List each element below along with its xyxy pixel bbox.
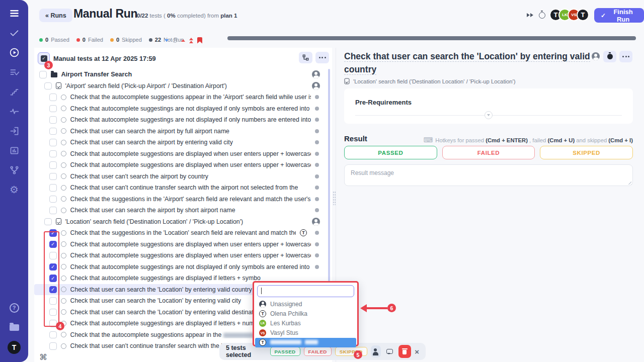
test-row[interactable]: Check that autocomplete suggestions are … [34, 148, 327, 160]
row-checkbox[interactable] [44, 218, 52, 226]
tree-view-toggle-button[interactable] [299, 52, 312, 63]
row-checkbox[interactable] [49, 128, 57, 135]
double-chevron-up-icon[interactable] [189, 38, 193, 43]
row-checkbox[interactable] [49, 331, 57, 339]
comment-button[interactable] [384, 345, 395, 357]
collapse-toggle[interactable] [485, 111, 493, 119]
assign-user-button[interactable] [371, 345, 381, 357]
reports-chart-icon[interactable] [8, 144, 20, 156]
lk-avatar: LK [259, 320, 266, 327]
test-runs-icon[interactable] [8, 46, 20, 58]
steps-icon[interactable] [8, 85, 20, 98]
test-row[interactable]: Check that user can't continue transfer … [34, 182, 327, 194]
detail-assignee-avatar-icon[interactable] [592, 52, 600, 60]
test-row[interactable]: Check that autocomplete suggestions are … [34, 250, 327, 261]
priority-dot-icon [315, 208, 319, 212]
tree-suite-row[interactable]: 'Airport' search field ('Pick-up Airport… [34, 80, 327, 92]
status-circle-icon [61, 162, 66, 168]
assignee-t-avatar[interactable]: T [300, 229, 307, 236]
checkmark-icon[interactable] [8, 27, 20, 39]
test-row[interactable]: Check that user can search the airport b… [34, 137, 327, 148]
menu-icon[interactable] [8, 7, 20, 19]
assignee-avatar-icon[interactable] [312, 70, 320, 78]
bulk-failed-pill[interactable]: FAILED [304, 347, 332, 356]
test-row[interactable]: Check that autocomplete suggestings are … [34, 114, 327, 126]
row-checkbox[interactable] [49, 184, 57, 192]
timer-icon[interactable] [539, 12, 545, 19]
bulk-skipped-pill[interactable]: SKIPPED [335, 347, 367, 356]
fast-forward-icon[interactable] [527, 13, 533, 17]
status-circle-icon [61, 95, 66, 100]
row-checkbox[interactable] [49, 173, 57, 180]
row-checkbox[interactable] [49, 207, 57, 214]
detail-more-button[interactable] [619, 51, 632, 62]
row-checkbox[interactable] [49, 196, 57, 203]
test-row[interactable]: Check that user can't search the airport… [34, 171, 327, 183]
dropdown-option[interactable]: LKLes Kurbas [257, 318, 354, 328]
branch-icon[interactable] [8, 164, 20, 176]
dropdown-option[interactable]: VSVasyl Stus [257, 328, 354, 338]
test-row[interactable]: Check that autocomplete suggestions are … [34, 159, 327, 171]
avatar[interactable]: T [577, 9, 589, 21]
status-circle-icon [61, 140, 66, 145]
test-cases-icon[interactable] [8, 66, 20, 78]
row-checkbox[interactable] [49, 263, 57, 271]
dropdown-option-redacted[interactable]: T [255, 338, 356, 347]
chevron-up-icon[interactable] [181, 39, 185, 42]
row-label: Check that the autocomplete suggestions … [70, 331, 270, 338]
row-checkbox[interactable] [49, 161, 57, 169]
test-row[interactable]: Check that the suggestions in the 'Locat… [34, 227, 327, 239]
test-row[interactable]: Check that user can search the airport b… [34, 126, 327, 137]
row-checkbox[interactable] [44, 82, 52, 90]
chevron-down-icon[interactable] [165, 39, 169, 42]
test-row[interactable]: Check that the suggestions in the 'Airpo… [34, 194, 327, 205]
row-checkbox[interactable] [49, 94, 57, 101]
row-checkbox[interactable] [49, 342, 57, 350]
finish-run-button[interactable]: Finish Run [594, 8, 644, 23]
tree-suite-row[interactable]: 'Location' search field ('Destination Lo… [34, 216, 327, 228]
passed-button[interactable]: PASSED [344, 146, 437, 159]
dropdown-option-unassigned[interactable]: Unassigned [257, 299, 354, 309]
detail-timer-button[interactable] [603, 51, 616, 62]
delete-button[interactable] [398, 345, 412, 358]
test-row[interactable]: Check that the autocomplete suggestions … [34, 92, 327, 103]
tree-more-button[interactable] [315, 52, 329, 63]
row-checkbox[interactable] [49, 116, 57, 124]
circle-icon[interactable] [173, 38, 177, 43]
activity-icon[interactable] [8, 105, 20, 117]
test-row[interactable]: Check that user can search the airport b… [34, 205, 327, 216]
projects-folder-icon[interactable] [8, 321, 20, 333]
progress-plan-link[interactable]: plan 1 [220, 13, 237, 19]
back-to-runs-button[interactable]: « Runs [39, 9, 72, 22]
row-checkbox[interactable] [49, 252, 57, 259]
settings-gear-icon[interactable] [8, 184, 20, 196]
row-checkbox[interactable] [49, 241, 57, 248]
tree-title: Manual tests at 12 Apr 2025 17:59 [53, 55, 156, 62]
row-checkbox[interactable] [49, 139, 57, 146]
row-checkbox[interactable] [49, 229, 57, 237]
enter-box-icon[interactable] [8, 125, 20, 137]
test-row[interactable]: Check that autocomplete suggestings are … [34, 261, 327, 273]
row-checkbox[interactable] [49, 275, 57, 282]
row-checkbox[interactable] [39, 71, 47, 78]
row-checkbox[interactable] [49, 150, 57, 158]
profile-avatar[interactable]: T [8, 341, 21, 354]
assignee-search-input[interactable] [257, 285, 354, 297]
test-row[interactable]: Check that autocomplete suggestings are … [34, 103, 327, 115]
assignee-avatar-icon[interactable] [312, 218, 320, 226]
result-message-input[interactable] [344, 164, 633, 186]
failed-button[interactable]: FAILED [442, 146, 535, 159]
row-checkbox[interactable] [49, 286, 57, 294]
skipped-button[interactable]: SKIPPED [540, 146, 633, 159]
bulk-passed-pill[interactable]: PASSED [270, 347, 300, 356]
dropdown-option[interactable]: TOlena Pchilka [257, 309, 354, 318]
help-icon[interactable]: ? [8, 302, 20, 314]
flag-icon[interactable] [197, 37, 202, 44]
test-row[interactable]: Check that autocomplete suggestions are … [34, 239, 327, 250]
row-checkbox[interactable] [49, 309, 57, 316]
row-checkbox[interactable] [49, 105, 57, 113]
row-checkbox[interactable] [49, 297, 57, 305]
close-bulk-bar-button[interactable]: × [415, 347, 419, 356]
assignee-avatar-icon[interactable] [312, 82, 320, 90]
tree-folder-row[interactable]: Airport Transfer Search [34, 69, 327, 80]
